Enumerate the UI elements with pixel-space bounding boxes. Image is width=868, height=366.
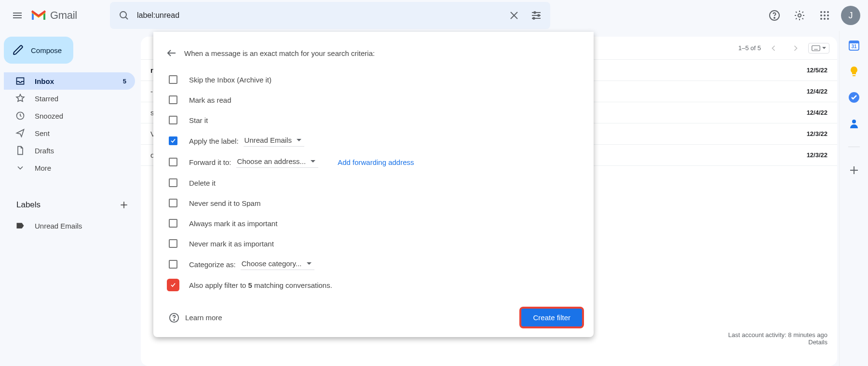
plus-icon: [848, 164, 860, 176]
checkbox-skip-inbox[interactable]: [169, 75, 177, 84]
gmail-logo[interactable]: Gmail: [31, 9, 77, 22]
account-avatar[interactable]: J: [841, 6, 860, 25]
tasks-app-button[interactable]: [848, 92, 860, 103]
gmail-icon: [31, 10, 46, 21]
checkbox-never-important[interactable]: [169, 239, 177, 248]
label-icon: [15, 221, 25, 230]
checkbox-forward[interactable]: [169, 158, 177, 166]
details-link[interactable]: Details: [728, 339, 827, 346]
arrow-left-icon: [166, 47, 177, 59]
calendar-app-button[interactable]: 31: [848, 40, 860, 51]
caret-down-icon: [311, 159, 315, 164]
caret-down-icon: [307, 261, 312, 266]
search-icon: [118, 10, 130, 21]
nav-count: 5: [123, 78, 126, 85]
email-date: 12/3/22: [807, 130, 827, 137]
forward-address-select[interactable]: Choose an address...: [236, 156, 319, 168]
email-date: 12/3/22: [807, 151, 827, 159]
close-icon: [508, 10, 520, 21]
star-icon: [15, 94, 25, 103]
newer-button[interactable]: [764, 39, 783, 58]
apply-label-select[interactable]: Unread Emails: [244, 135, 304, 147]
nav-sent[interactable]: Sent: [4, 124, 135, 142]
label-star-it: Star it: [189, 116, 208, 124]
checkbox-mark-read[interactable]: [169, 95, 177, 104]
nav-more[interactable]: More: [4, 159, 135, 176]
get-addons-button[interactable]: [848, 164, 860, 176]
checkbox-categorize[interactable]: [169, 260, 177, 269]
email-date: 12/5/22: [807, 67, 827, 74]
keyboard-icon: [812, 45, 820, 52]
svg-line-1: [125, 17, 128, 19]
checkbox-apply-label[interactable]: [169, 136, 177, 145]
input-method-button[interactable]: [808, 43, 829, 54]
support-button[interactable]: [763, 4, 786, 27]
nav-drafts[interactable]: Drafts: [4, 142, 135, 159]
send-icon: [15, 128, 25, 138]
compose-label: Compose: [31, 46, 62, 54]
checkbox-also-apply[interactable]: [169, 281, 177, 289]
clock-icon: [15, 111, 25, 121]
search-input[interactable]: [135, 11, 503, 20]
apply-label-value: Unread Emails: [244, 136, 292, 144]
svg-point-12: [798, 14, 801, 17]
chevron-down-icon: [15, 163, 25, 173]
caret-down-icon: [297, 138, 301, 143]
checkbox-always-important[interactable]: [169, 219, 177, 228]
nav-inbox[interactable]: Inbox 5: [4, 72, 135, 90]
settings-button[interactable]: [788, 4, 811, 27]
svg-rect-25: [812, 45, 820, 51]
svg-point-9: [533, 17, 535, 19]
main-menu-button[interactable]: [6, 4, 29, 27]
search-button[interactable]: [113, 4, 135, 27]
svg-point-18: [827, 14, 829, 16]
nav-starred[interactable]: Starred: [4, 90, 135, 107]
avatar-initial: J: [849, 11, 853, 21]
back-button[interactable]: [162, 43, 181, 63]
plus-icon: [119, 200, 129, 210]
checkbox-star-it[interactable]: [169, 116, 177, 124]
pencil-icon: [13, 44, 24, 56]
svg-point-21: [827, 18, 829, 20]
nav-label: Snoozed: [35, 112, 63, 120]
create-filter-button[interactable]: Create filter: [521, 309, 582, 326]
label-forward: Forward it to:: [189, 158, 231, 166]
contacts-app-button[interactable]: [848, 118, 860, 129]
nav-snoozed[interactable]: Snoozed: [4, 107, 135, 124]
label-apply-label: Apply the label:: [189, 137, 239, 145]
label-always-important: Always mark it as important: [189, 219, 277, 228]
categorize-select[interactable]: Choose category...: [241, 258, 314, 270]
email-date: 12/4/22: [807, 109, 827, 116]
svg-point-0: [120, 12, 126, 18]
compose-button[interactable]: Compose: [4, 37, 73, 64]
nav-label: Sent: [35, 129, 50, 137]
svg-point-40: [174, 319, 175, 320]
google-apps-button[interactable]: [813, 4, 836, 27]
label-unread-emails[interactable]: Unread Emails: [4, 217, 135, 234]
label-also-apply: Also apply filter to 5 matching conversa…: [189, 281, 332, 289]
contacts-icon: [848, 118, 860, 129]
page-range: 1–5 of 5: [738, 44, 761, 52]
nav-label: Inbox: [35, 77, 54, 85]
nav-label: More: [35, 164, 51, 172]
svg-point-16: [820, 14, 822, 16]
keep-app-button[interactable]: [848, 66, 860, 77]
add-forwarding-address-link[interactable]: Add forwarding address: [338, 158, 414, 166]
svg-rect-32: [849, 41, 859, 43]
svg-point-13: [820, 11, 822, 13]
add-label-button[interactable]: [116, 197, 132, 213]
clear-search-button[interactable]: [503, 4, 525, 27]
gear-icon: [794, 10, 805, 21]
nav-label: Starred: [35, 95, 58, 103]
checkbox-never-spam[interactable]: [169, 199, 177, 207]
hamburger-icon: [12, 10, 23, 21]
search-options-button[interactable]: [525, 4, 547, 27]
older-button[interactable]: [786, 39, 805, 58]
svg-text:31: 31: [851, 44, 857, 49]
svg-point-8: [538, 14, 540, 16]
checkbox-delete-it[interactable]: [169, 178, 177, 187]
learn-more-link[interactable]: Learn more: [169, 312, 222, 323]
help-icon: [169, 312, 179, 323]
chevron-right-icon: [791, 43, 800, 53]
svg-point-7: [534, 12, 536, 14]
